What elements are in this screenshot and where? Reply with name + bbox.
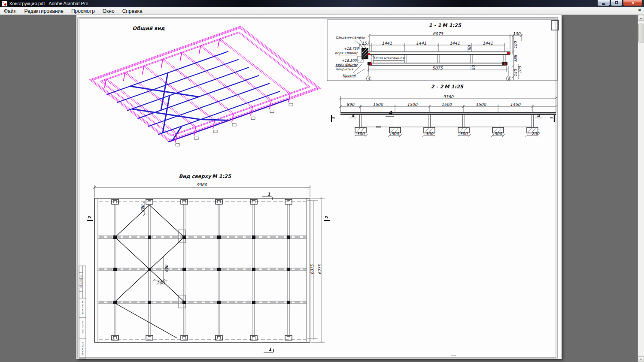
document-close-icon[interactable]: ✕ xyxy=(638,8,641,12)
maximize-button[interactable] xyxy=(611,0,623,6)
menu-view[interactable]: Просмотр xyxy=(67,8,99,14)
menu-edit[interactable]: Редактирование xyxy=(21,8,67,14)
close-icon: ✕ xyxy=(631,1,635,5)
scroll-down-icon[interactable]: ▼ xyxy=(638,356,644,362)
maximize-icon xyxy=(615,1,618,4)
menu-bar: Файл Редактирование Просмотр Окно Справк… xyxy=(0,7,644,15)
menu-window[interactable]: Окно xyxy=(99,8,118,14)
window-controls: ✕ xyxy=(597,0,643,6)
scrollbar-thumb[interactable] xyxy=(638,24,644,42)
menu-file[interactable]: Файл xyxy=(0,8,21,14)
acrobat-window: Конструкция.pdf - Adobe Acrobat Pro ✕ Фа… xyxy=(0,0,644,362)
menu-help[interactable]: Справка xyxy=(118,8,146,14)
vertical-scrollbar[interactable]: ▲ ▼ xyxy=(638,15,644,362)
acrobat-pdf-icon xyxy=(2,1,7,6)
minimize-button[interactable] xyxy=(597,0,610,6)
window-title: Конструкция.pdf - Adobe Acrobat Pro xyxy=(9,1,88,6)
title-bar: Конструкция.pdf - Adobe Acrobat Pro ✕ xyxy=(0,0,644,7)
pdf-page xyxy=(76,15,562,359)
minimize-icon xyxy=(602,3,605,5)
close-button[interactable]: ✕ xyxy=(623,0,643,6)
scroll-up-icon[interactable]: ▲ xyxy=(638,15,644,21)
